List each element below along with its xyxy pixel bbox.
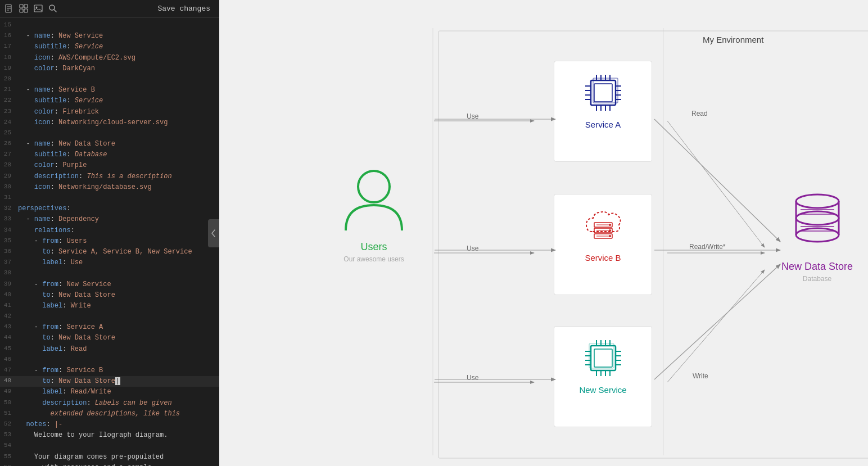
node-service-a[interactable]: Service A <box>554 61 652 162</box>
svg-line-19 <box>667 270 765 382</box>
users-label: Users <box>334 241 413 253</box>
code-line: 39 - from: New Service <box>0 279 219 290</box>
code-line: 47 - from: Service B <box>0 365 219 376</box>
code-line: 41 label: Write <box>0 301 219 311</box>
code-line: 27 subtitle: Database <box>0 150 219 160</box>
code-line: 55 Your diagram comes pre-populated <box>0 452 219 463</box>
editor-toolbar: Save changes <box>0 0 219 18</box>
code-line: 49 label: Read/Write <box>0 387 219 397</box>
arrow-label-write: Write <box>693 372 708 380</box>
svg-rect-67 <box>589 343 614 368</box>
diagram-panel[interactable]: My Environment Users Our awesome users U… <box>219 0 868 466</box>
code-line: 50 description: Labels can be given <box>0 398 219 409</box>
code-line: 45 label: Read <box>0 344 219 355</box>
code-line: 38 <box>0 268 219 279</box>
code-line: 29 description: This is a description <box>0 171 219 182</box>
svg-rect-3 <box>20 9 23 12</box>
code-line: 26 - name: New Data Store <box>0 139 219 150</box>
svg-line-8 <box>54 10 56 12</box>
svg-rect-4 <box>24 9 28 12</box>
collapse-panel-button[interactable] <box>208 219 219 247</box>
diagram-arrows-overlay <box>219 0 868 466</box>
code-line: 33 - name: Dependency <box>0 214 219 225</box>
code-line: 46 <box>0 355 219 365</box>
code-line: 15 <box>0 20 219 31</box>
service-b-icon <box>581 203 626 248</box>
environment-label: My Environment <box>703 35 763 44</box>
code-line: 20 <box>0 74 219 85</box>
svg-point-47 <box>609 229 611 232</box>
svg-line-17 <box>667 121 765 247</box>
service-b-label: Service B <box>585 253 621 263</box>
arrow-label-use-top: Use <box>467 112 478 120</box>
code-line: 54 <box>0 441 219 451</box>
code-line: 17 subtitle: Service <box>0 42 219 52</box>
code-line: 43 - from: Service A <box>0 322 219 333</box>
node-new-data-store[interactable]: New Data Store Database <box>781 186 853 283</box>
image-icon[interactable] <box>34 4 44 14</box>
diagram-arrows <box>219 0 868 466</box>
arrow-label-use-bottom: Use <box>467 374 478 382</box>
code-line: 25 <box>0 128 219 139</box>
new-data-store-label: New Data Store <box>781 261 853 273</box>
search-icon[interactable] <box>48 4 58 14</box>
service-a-icon <box>581 70 626 115</box>
code-line: 53 Welcome to your Ilograph diagram. <box>0 430 219 441</box>
code-line: 34 relations: <box>0 225 219 236</box>
editor-content[interactable]: 15 16 - name: New Service 17 subtitle: S… <box>0 18 219 466</box>
view-icon[interactable] <box>19 4 29 14</box>
code-line: 24 icon: Networking/cloud-server.svg <box>0 117 219 128</box>
code-line-active: 48 to: New Data Store| <box>0 376 219 387</box>
code-line: 44 to: New Data Store <box>0 333 219 343</box>
node-new-service[interactable]: New Service <box>554 326 652 427</box>
new-service-icon <box>581 336 626 381</box>
code-line: 23 color: Firebrick <box>0 107 219 117</box>
svg-point-20 <box>358 171 390 202</box>
code-line: 16 - name: New Service <box>0 31 219 42</box>
users-sublabel: Our awesome users <box>334 255 413 263</box>
svg-point-46 <box>609 224 611 226</box>
code-line: 36 to: Service A, Service B, New Service <box>0 247 219 257</box>
svg-line-81 <box>654 119 780 242</box>
svg-line-83 <box>654 264 780 379</box>
code-line: 56 with resources and a sample <box>0 463 219 466</box>
code-line: 31 <box>0 193 219 203</box>
node-users[interactable]: Users Our awesome users <box>334 163 413 263</box>
svg-rect-2 <box>24 4 28 8</box>
code-line: 32 perspectives: <box>0 203 219 214</box>
code-line: 35 - from: Users <box>0 236 219 247</box>
code-line: 28 color: Purple <box>0 160 219 171</box>
svg-point-69 <box>796 211 839 225</box>
file-icon[interactable] <box>4 4 15 14</box>
editor-panel: Save changes 15 16 - name: New Service 1… <box>0 0 219 466</box>
users-icon <box>340 163 408 236</box>
new-service-label: New Service <box>579 385 626 395</box>
svg-point-68 <box>796 194 839 208</box>
code-line: 19 color: DarkCyan <box>0 64 219 74</box>
arrow-label-read: Read <box>691 110 708 117</box>
svg-point-48 <box>609 235 611 237</box>
code-line: 51 extended descriptions, like this <box>0 409 219 419</box>
arrow-label-use-mid: Use <box>467 245 478 252</box>
svg-rect-1 <box>20 4 23 8</box>
svg-rect-22 <box>594 84 612 102</box>
code-line: 37 label: Use <box>0 257 219 268</box>
code-line: 52 notes: |- <box>0 419 219 430</box>
code-line: 42 <box>0 311 219 322</box>
save-button[interactable]: Save changes <box>157 4 210 13</box>
arrow-label-readwrite: Read/Write* <box>689 243 725 251</box>
code-line: 21 - name: Service B <box>0 85 219 96</box>
new-data-store-sublabel: Database <box>803 275 831 283</box>
code-line: 22 subtitle: Service <box>0 96 219 106</box>
node-service-b[interactable]: Service B <box>554 194 652 295</box>
code-line: 18 icon: AWS/Compute/EC2.svg <box>0 53 219 64</box>
new-data-store-icon <box>786 186 848 259</box>
svg-rect-39 <box>593 78 618 103</box>
svg-point-6 <box>36 6 38 8</box>
code-line: 40 to: New Data Store <box>0 290 219 301</box>
code-line: 30 icon: Networking/database.svg <box>0 182 219 193</box>
svg-rect-5 <box>34 5 42 12</box>
svg-point-70 <box>796 228 839 242</box>
service-a-label: Service A <box>585 120 621 129</box>
svg-rect-50 <box>594 349 612 367</box>
